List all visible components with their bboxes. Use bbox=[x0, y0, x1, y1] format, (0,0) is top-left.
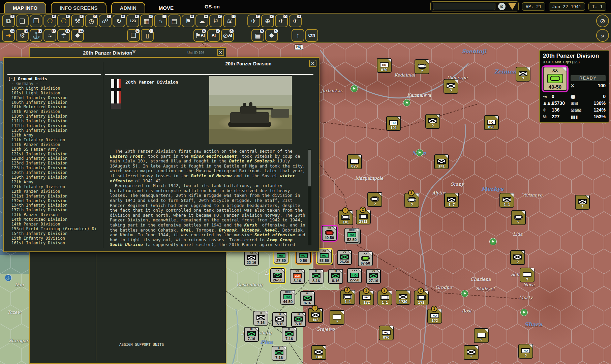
unit-counter-0_0[interactable]: 0?0 bbox=[347, 154, 362, 169]
list-item[interactable]: 123rd Infantry Division bbox=[7, 161, 101, 166]
toolbar-button-supply-list[interactable]: ▤N bbox=[251, 29, 264, 42]
toolbar-button-refresh-mode[interactable]: ↻R bbox=[113, 14, 125, 27]
list-item[interactable]: 12th Infantry Division bbox=[7, 185, 101, 189]
toolbar-button-naval-transport[interactable]: ⚓F3 bbox=[30, 29, 42, 42]
history-link[interactable]: Vitebsk bbox=[242, 228, 259, 233]
toolbar-button-victory-flags[interactable]: ⚐V bbox=[209, 14, 222, 27]
list-item[interactable]: 12th Panzer Division bbox=[7, 189, 101, 194]
toolbar-button-rail-mode[interactable]: ⚙F2 bbox=[16, 29, 29, 42]
toolbar-button-radio-intel[interactable]: ☍L bbox=[99, 14, 112, 27]
toolbar-button-move-mode[interactable]: ➔F1 bbox=[2, 29, 15, 42]
unit-counter-7_16[interactable]: III7-16 bbox=[244, 327, 259, 342]
toolbar-button-hex-info[interactable]: ⎔E bbox=[43, 14, 56, 27]
toolbar-button-air-attack[interactable]: ✈O bbox=[275, 14, 288, 27]
toolbar-button-air-transfer[interactable]: ✈T bbox=[247, 14, 260, 27]
list-item[interactable]: 11th Infantry Division bbox=[7, 138, 101, 143]
toolbar-button-rail-signal[interactable]: ⚑R bbox=[182, 14, 194, 27]
unit-counter-26_50[interactable]: XX26-50 bbox=[270, 268, 285, 283]
gold-triangle-icon[interactable] bbox=[508, 3, 516, 10]
partisan-flag-icon[interactable]: ⚑ bbox=[350, 85, 358, 92]
unit-counter-8_16[interactable]: III8-16 bbox=[300, 291, 315, 306]
toolbar-button-weather[interactable]: ☁W bbox=[195, 14, 208, 27]
list-item[interactable]: 111th Infantry Division bbox=[7, 119, 101, 124]
unit-counter-1_1[interactable]: 1=12 bbox=[338, 210, 353, 225]
unit-counter-1_1[interactable]: HQ1?1 bbox=[386, 116, 401, 131]
toolbar-button-jump-map[interactable]: ⧉T bbox=[2, 14, 15, 27]
toolbar-button-show-values[interactable]: 123P bbox=[126, 14, 139, 27]
partisan-flag-icon[interactable]: ⚑ bbox=[403, 99, 410, 107]
list-item[interactable]: 15th Infantry Division bbox=[7, 236, 101, 241]
unit-counter-_[interactable]: ? bbox=[330, 310, 344, 325]
toolbar-button-production-grid[interactable]: ▤ bbox=[168, 14, 181, 27]
unit-counter-67_50[interactable]: XX67-50 bbox=[358, 251, 373, 266]
unit-counter-_[interactable]: ? bbox=[444, 79, 458, 94]
unit-counter-7_16[interactable]: III7-16 bbox=[291, 312, 306, 327]
list-item[interactable]: 125th Infantry Division bbox=[7, 166, 101, 171]
toolbar-button-naval-interdiction[interactable]: ≋U bbox=[223, 14, 236, 27]
list-item[interactable]: 153rd Field Training (Grenadier) Di bbox=[7, 227, 101, 232]
list-item[interactable]: 14th Motorized Division bbox=[7, 217, 101, 222]
toolbar-button-strike-toggle[interactable]: ✸X bbox=[265, 29, 278, 42]
toolbar-button-next-unit[interactable]: » bbox=[596, 29, 609, 42]
assign-support-units-button[interactable]: ASSIGN SUPPORT UNITS bbox=[119, 342, 164, 347]
toolbar-button-ctrl-key[interactable]: Ctrl bbox=[305, 29, 318, 42]
tab-admin[interactable]: ADMIN bbox=[111, 2, 145, 13]
list-item[interactable]: 112th Infantry Division bbox=[7, 124, 101, 128]
unit-counter-1_3[interactable]: 1=31 bbox=[308, 308, 323, 323]
unit-counter-27_16[interactable]: XX27-16 bbox=[366, 269, 381, 284]
toolbar-button-attack-mode[interactable]: ✸F11 bbox=[71, 29, 84, 42]
unit-counter-3_16[interactable]: XXSEC3-16 bbox=[290, 269, 305, 284]
list-item[interactable]: 100th Light Division bbox=[7, 86, 101, 91]
toolbar-button-rail-damage[interactable]: ⚒R bbox=[71, 14, 84, 27]
unit-counter-1_1[interactable]: 1=1 bbox=[499, 193, 514, 208]
unit-counter-_[interactable]: ? bbox=[425, 114, 440, 129]
unit-counter-1_30[interactable]: 1?30 bbox=[396, 290, 410, 305]
unit-counter-8_16[interactable]: III8-16 bbox=[328, 269, 343, 284]
list-item[interactable]: 110th Infantry Division bbox=[7, 114, 101, 119]
map-hq-chip[interactable]: HQ bbox=[295, 44, 303, 50]
history-link[interactable]: Eastern Front bbox=[110, 154, 143, 159]
unit-counter-1_1[interactable]: 1=12 bbox=[340, 290, 355, 305]
toolbar-button-ai-garrison[interactable]: ⚑AIG bbox=[193, 29, 206, 42]
unit-counter-_[interactable]: ? bbox=[474, 328, 489, 343]
tab-map-info[interactable]: MAP INFO bbox=[4, 2, 46, 13]
toolbar-button-fortification[interactable]: ⎔F bbox=[57, 14, 70, 27]
list-item[interactable]: 137th Infantry Division bbox=[7, 208, 101, 213]
list-item[interactable]: 121st Infantry Division bbox=[7, 152, 101, 157]
history-link[interactable]: Soviet offensive bbox=[254, 232, 295, 237]
unit-counter-_[interactable]: ? bbox=[415, 59, 429, 74]
toolbar-button-film-replay[interactable]: ▯F bbox=[141, 29, 154, 42]
message-input[interactable] bbox=[433, 3, 495, 10]
list-item[interactable]: 131st Infantry Division bbox=[7, 194, 101, 199]
unit-counter-1_2[interactable]: HQ1?21 bbox=[427, 309, 442, 324]
list-item[interactable]: 101st Light Division bbox=[7, 91, 101, 96]
toolbar-button-battle-report[interactable]: ❒B bbox=[127, 29, 140, 42]
toolbar-button-delay-attack[interactable]: ◷D bbox=[85, 14, 98, 27]
history-link[interactable]: Battle of Smolensk bbox=[229, 158, 275, 163]
unit-counter-7_16[interactable]: III7-16 bbox=[282, 327, 297, 342]
toolbar-button-save-screen[interactable]: ❏ bbox=[16, 14, 29, 27]
unit-counter-_[interactable]: ? bbox=[510, 250, 525, 265]
toolbar-button-factory-locations[interactable]: ⌂L bbox=[154, 14, 167, 27]
toolbar-button-show-names[interactable]: ▦N bbox=[140, 14, 153, 27]
list-item[interactable]: 10th Panzer Division bbox=[7, 110, 101, 114]
unit-counter-40_50[interactable]: XX40-50 bbox=[322, 226, 337, 241]
unit-counter-1_1[interactable]: 1?12 bbox=[414, 291, 429, 305]
unit-counter-_[interactable]: ? bbox=[520, 268, 534, 282]
unit-counter-2_11[interactable]: 2?112 bbox=[356, 210, 371, 224]
unit-counter-1_8[interactable]: 1=8 bbox=[311, 345, 326, 360]
toolbar-button-amphibious[interactable]: ≈F4 bbox=[43, 29, 56, 42]
list-item[interactable]: 11th Army bbox=[7, 133, 101, 138]
wrench-icon[interactable]: ⚙ bbox=[498, 3, 506, 10]
list-item[interactable]: 13th Panzer Divison bbox=[7, 213, 101, 217]
history-link[interactable]: Kursk bbox=[244, 222, 257, 228]
unit-counter-7_16[interactable]: III7-16 bbox=[253, 311, 268, 326]
list-item[interactable]: 106th Infantry Division bbox=[7, 100, 101, 105]
history-link[interactable]: Battle of Moscow bbox=[191, 173, 232, 178]
list-item[interactable]: 132nd Infantry Division bbox=[7, 199, 101, 204]
list-item[interactable]: 122nd Infantry Division bbox=[7, 156, 101, 161]
toolbar-button-air-recon[interactable]: ✈A bbox=[289, 14, 302, 27]
unit-counter-0_0[interactable]: HQ0?0 bbox=[379, 326, 394, 340]
list-item[interactable]: 113th Infantry Division bbox=[7, 128, 101, 133]
unit-counter-44_50[interactable]: XXXHQ44-50 bbox=[280, 290, 295, 305]
